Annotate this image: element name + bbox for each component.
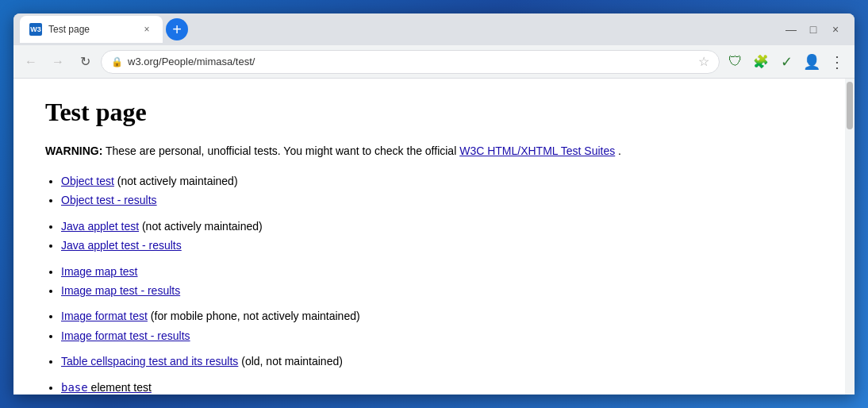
test-list: Object test (not actively maintained) Ob… xyxy=(45,172,823,395)
list-item: base element test xyxy=(61,379,823,395)
image-map-test-link[interactable]: Image map test xyxy=(61,265,138,278)
list-item: Table cellspacing test and its results (… xyxy=(61,352,823,370)
address-bar[interactable] xyxy=(128,56,693,67)
browser-window: W3 Test page × + — □ × ← → ↻ 🔒 ☆ xyxy=(13,13,855,395)
image-format-test-link[interactable]: Image format test xyxy=(61,310,148,322)
restore-button[interactable]: □ xyxy=(807,23,820,36)
object-test-suffix: (not actively maintained) xyxy=(114,175,238,187)
refresh-button[interactable]: ↻ xyxy=(74,51,96,73)
page-content: Test page WARNING: These are personal, u… xyxy=(13,79,855,395)
table-cellspacing-suffix: (old, not maintained) xyxy=(238,355,343,368)
minimize-button[interactable]: — xyxy=(785,23,797,36)
list-item: Image map test xyxy=(61,263,823,280)
list-item: Java applet test - results xyxy=(61,237,823,254)
title-bar: W3 Test page × + — □ × xyxy=(13,13,855,45)
page-title: Test page xyxy=(45,98,823,127)
object-test-results-link[interactable]: Object test - results xyxy=(61,194,157,206)
close-button[interactable]: × xyxy=(829,23,842,36)
scrollbar-track[interactable] xyxy=(845,79,855,395)
warning-paragraph: WARNING: These are personal, unofficial … xyxy=(45,143,823,160)
list-item: Image format test - results xyxy=(61,327,823,344)
tab-group: W3 Test page × + xyxy=(20,16,782,43)
list-item: Image format test (for mobile phone, not… xyxy=(61,307,823,325)
toolbar-right: 🛡 🧩 ✓ 👤 ⋮ xyxy=(724,51,848,73)
object-test-link[interactable]: Object test xyxy=(61,175,114,187)
forward-button[interactable]: → xyxy=(47,51,69,73)
list-item: Object test (not actively maintained) xyxy=(61,172,823,190)
back-button[interactable]: ← xyxy=(20,51,42,73)
w3c-test-suites-link[interactable]: W3C HTML/XHTML Test Suites xyxy=(459,144,615,157)
extension-check-icon[interactable]: ✓ xyxy=(775,51,797,73)
base-element-link[interactable]: base element test xyxy=(61,381,152,394)
active-tab[interactable]: W3 Test page × xyxy=(20,16,163,43)
account-icon[interactable]: 👤 xyxy=(801,51,823,73)
list-item: Image map test - results xyxy=(61,282,823,299)
warning-suffix: . xyxy=(618,144,621,157)
address-bar-container[interactable]: 🔒 ☆ xyxy=(101,50,720,74)
tab-close-button[interactable]: × xyxy=(140,23,153,36)
toolbar: ← → ↻ 🔒 ☆ 🛡 🧩 ✓ 👤 ⋮ xyxy=(13,45,855,79)
list-item: Java applet test (not actively maintaine… xyxy=(61,217,823,235)
extension-puzzle-icon[interactable]: 🧩 xyxy=(750,51,772,73)
bookmark-icon[interactable]: ☆ xyxy=(698,54,709,69)
image-format-results-link[interactable]: Image format test - results xyxy=(61,329,190,342)
window-controls: — □ × xyxy=(785,23,848,36)
tab-favicon: W3 xyxy=(29,23,42,36)
table-cellspacing-link[interactable]: Table cellspacing test and its results xyxy=(61,355,238,368)
extension-shield-icon[interactable]: 🛡 xyxy=(724,51,747,73)
java-applet-results-link[interactable]: Java applet test - results xyxy=(61,239,182,252)
image-map-results-link[interactable]: Image map test - results xyxy=(61,284,180,297)
base-element-suffix: element test xyxy=(88,381,152,394)
scrollbar-thumb[interactable] xyxy=(847,82,853,129)
menu-button[interactable]: ⋮ xyxy=(826,51,848,73)
base-element-code: base xyxy=(61,381,88,394)
new-tab-button[interactable]: + xyxy=(166,18,188,40)
warning-label: WARNING: xyxy=(45,144,102,157)
tab-title: Test page xyxy=(48,24,134,35)
list-item: Object test - results xyxy=(61,191,823,209)
image-format-suffix: (for mobile phone, not actively maintain… xyxy=(148,310,360,322)
lock-icon: 🔒 xyxy=(111,56,123,67)
java-applet-suffix: (not actively maintained) xyxy=(139,220,263,233)
warning-text-body: These are personal, unofficial tests. Yo… xyxy=(106,144,459,157)
java-applet-test-link[interactable]: Java applet test xyxy=(61,220,139,233)
